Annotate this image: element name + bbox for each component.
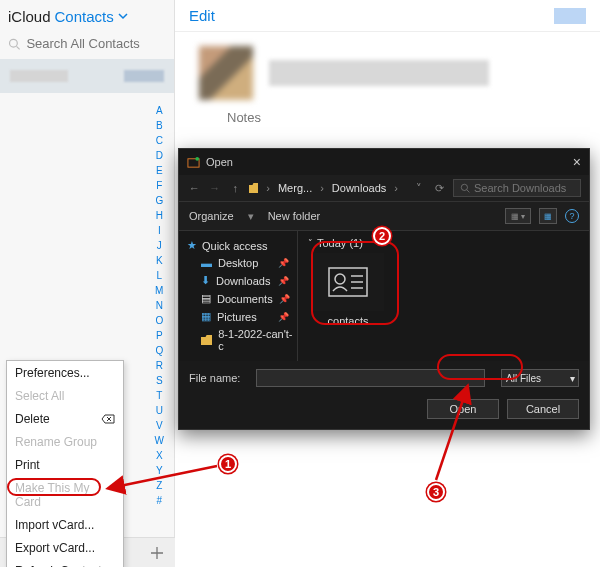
annotation-badge-2: 2 <box>373 227 391 245</box>
dialog-path-bar: ← → ↑ › Merg... › Downloads › ˅ ⟳ <box>179 175 589 201</box>
nav-pictures[interactable]: ▦Pictures📌 <box>187 310 293 323</box>
index-letter[interactable]: G <box>155 195 164 206</box>
index-letter[interactable]: P <box>155 330 164 341</box>
close-icon[interactable]: × <box>573 154 581 170</box>
index-letter[interactable]: C <box>155 135 164 146</box>
index-letter[interactable]: U <box>155 405 164 416</box>
menu-print[interactable]: Print <box>7 453 123 476</box>
contact-list-item[interactable] <box>0 59 174 93</box>
dialog-filename-row: File name: All Files▾ <box>179 361 589 395</box>
index-letter[interactable]: J <box>155 240 164 251</box>
menu-export-vcard[interactable]: Export vCard... <box>7 536 123 559</box>
menu-select-all: Select All <box>7 384 123 407</box>
dialog-titlebar: Open × <box>179 149 589 175</box>
settings-context-menu: Preferences... Select All Delete Rename … <box>6 360 124 567</box>
nav-desktop[interactable]: ▬Desktop📌 <box>187 257 293 269</box>
index-letter[interactable]: # <box>155 495 164 506</box>
dropdown-icon[interactable]: ˅ <box>412 182 427 195</box>
crumb-downloads[interactable]: Downloads <box>332 182 386 194</box>
annotation-badge-3: 3 <box>427 483 445 501</box>
nav-back-icon[interactable]: ← <box>187 182 202 194</box>
annotation-badge-1: 1 <box>219 455 237 473</box>
dialog-search[interactable] <box>453 179 581 197</box>
brand-contacts: Contacts <box>55 8 114 25</box>
index-letter[interactable]: O <box>155 315 164 326</box>
svg-point-8 <box>335 274 345 284</box>
search-icon <box>460 183 470 193</box>
dialog-nav-pane: ★Quick access ▬Desktop📌 ⬇Downloads📌 ▤Doc… <box>179 231 297 361</box>
open-button[interactable]: Open <box>427 399 499 419</box>
crumb-user[interactable]: Merg... <box>278 182 312 194</box>
index-letter[interactable]: A <box>155 105 164 116</box>
account-chip[interactable] <box>554 8 586 24</box>
menu-delete-label: Delete <box>15 412 50 426</box>
index-letter[interactable]: K <box>155 255 164 266</box>
new-folder-button[interactable]: New folder <box>268 210 321 222</box>
index-letter[interactable]: L <box>155 270 164 281</box>
menu-make-my-card: Make This My Card <box>7 476 123 513</box>
dialog-search-input[interactable] <box>474 182 574 194</box>
index-letter[interactable]: D <box>155 150 164 161</box>
menu-import-vcard[interactable]: Import vCard... <box>7 513 123 536</box>
menu-delete[interactable]: Delete <box>7 407 123 430</box>
index-letter[interactable]: N <box>155 300 164 311</box>
search-icon <box>8 37 20 51</box>
svg-line-1 <box>17 46 20 49</box>
group-today[interactable]: ˅Today (1) <box>308 237 579 249</box>
index-letter[interactable]: I <box>155 225 164 236</box>
folder-icon <box>249 183 259 193</box>
notes-label: Notes <box>175 110 600 125</box>
index-letter[interactable]: Q <box>155 345 164 356</box>
search-input[interactable] <box>26 36 166 51</box>
index-letter[interactable]: R <box>155 360 164 371</box>
file-open-dialog: Open × ← → ↑ › Merg... › Downloads › ˅ ⟳… <box>178 148 590 430</box>
index-letter[interactable]: X <box>155 450 164 461</box>
index-letter[interactable]: H <box>155 210 164 221</box>
index-letter[interactable]: Y <box>155 465 164 476</box>
detail-toolbar: Edit <box>175 0 600 32</box>
filename-input[interactable] <box>256 369 485 387</box>
refresh-icon[interactable]: ⟳ <box>432 182 447 195</box>
file-filter-dropdown[interactable]: All Files▾ <box>501 369 579 387</box>
brand-icloud: iCloud <box>8 8 51 25</box>
menu-preferences[interactable]: Preferences... <box>7 361 123 384</box>
dialog-file-list: ˅Today (1) contacts <box>297 231 589 361</box>
nav-folder-8[interactable]: 8-1-2022-can't-c <box>187 328 293 352</box>
nav-downloads[interactable]: ⬇Downloads📌 <box>187 274 293 287</box>
cancel-button[interactable]: Cancel <box>507 399 579 419</box>
svg-point-5 <box>461 184 467 190</box>
backspace-icon <box>101 414 115 424</box>
brand-row[interactable]: iCloud Contacts <box>0 0 174 32</box>
index-letter[interactable]: B <box>155 120 164 131</box>
file-tile-contacts[interactable]: contacts <box>308 253 388 327</box>
index-letter[interactable]: F <box>155 180 164 191</box>
svg-point-0 <box>10 39 18 47</box>
organize-menu[interactable]: Organize <box>189 210 234 222</box>
svg-line-6 <box>467 190 470 193</box>
filename-label: File name: <box>189 372 240 384</box>
nav-fwd-icon[interactable]: → <box>208 182 223 194</box>
index-letter[interactable]: E <box>155 165 164 176</box>
index-letter[interactable]: W <box>155 435 164 446</box>
menu-refresh[interactable]: Refresh Contacts <box>7 559 123 567</box>
index-letter[interactable]: M <box>155 285 164 296</box>
nav-quick-access[interactable]: ★Quick access <box>187 239 293 252</box>
edit-button[interactable]: Edit <box>189 7 215 24</box>
index-letter[interactable]: S <box>155 375 164 386</box>
search-row[interactable] <box>0 32 174 59</box>
plus-icon[interactable] <box>149 545 165 561</box>
vcard-file-icon <box>312 253 384 311</box>
index-letter[interactable]: T <box>155 390 164 401</box>
alpha-index[interactable]: ABCDEFGHIJKLMNOPQRSTUVWXYZ# <box>155 105 164 506</box>
view-mode-button[interactable]: ▦ ▾ <box>505 208 531 224</box>
nav-up-icon[interactable]: ↑ <box>228 182 243 194</box>
avatar <box>199 46 253 100</box>
index-letter[interactable]: V <box>155 420 164 431</box>
contact-name <box>269 60 489 86</box>
menu-rename-group: Rename Group <box>7 430 123 453</box>
help-icon[interactable]: ? <box>565 209 579 223</box>
preview-pane-button[interactable]: ▦ <box>539 208 557 224</box>
contact-header <box>175 32 600 110</box>
nav-documents[interactable]: ▤Documents📌 <box>187 292 293 305</box>
index-letter[interactable]: Z <box>155 480 164 491</box>
